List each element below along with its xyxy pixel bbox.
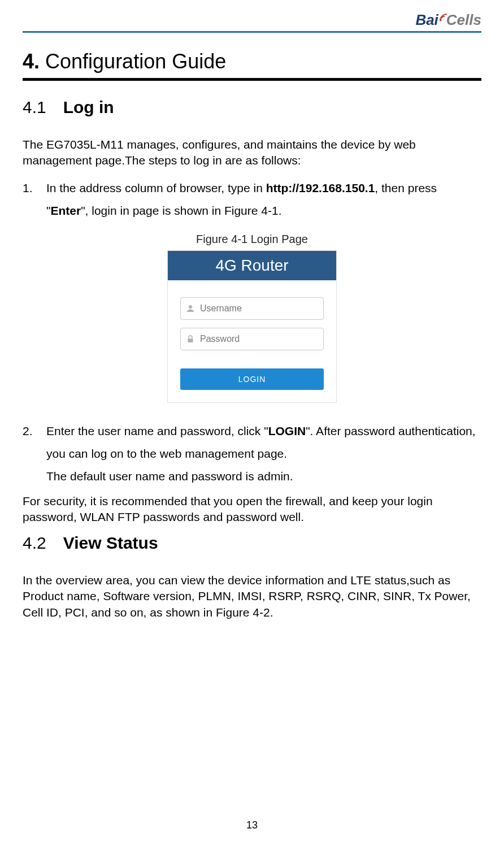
step2-login: LOGIN	[268, 424, 306, 437]
section-title: Log in	[63, 98, 114, 117]
page-header: Bai Cells	[23, 11, 481, 33]
chapter-number: 4.	[23, 50, 40, 73]
step-number: 1.	[23, 177, 36, 222]
figure-caption: Figure 4-1 Login Page	[23, 233, 481, 246]
step1-pre: In the address column of browser, type i…	[46, 181, 266, 194]
step1-post: ", login in page is shown in Figure 4-1.	[81, 204, 281, 217]
intro-paragraph: The EG7035L-M11 manages, configures, and…	[23, 137, 481, 169]
page-number: 13	[0, 819, 504, 831]
step1-enter: Enter	[50, 204, 81, 217]
step2-pre: Enter the user name and password, click …	[46, 424, 268, 437]
login-body: LOGIN	[168, 280, 336, 402]
section-number: 4.2	[23, 533, 46, 553]
password-input[interactable]	[200, 334, 323, 344]
svg-point-0	[440, 20, 441, 21]
section-heading-login: 4.1 Log in	[23, 98, 481, 117]
login-page-figure: 4G Router LOGIN	[167, 250, 337, 403]
step-body: In the address column of browser, type i…	[46, 177, 481, 222]
logo-text-cells: Cells	[446, 11, 481, 29]
security-note: For security, it is recommended that you…	[23, 493, 481, 526]
svg-point-1	[189, 305, 192, 309]
chapter-title: Configuration Guide	[45, 50, 226, 73]
status-paragraph: In the overview area, you can view the d…	[23, 572, 481, 620]
user-icon	[181, 303, 200, 314]
step-1: 1. In the address column of browser, typ…	[23, 177, 481, 222]
section-title: View Status	[63, 533, 158, 553]
login-header: 4G Router	[168, 251, 336, 280]
login-button[interactable]: LOGIN	[180, 368, 324, 390]
svg-rect-2	[188, 339, 193, 343]
step1-url: http://192.168.150.1	[266, 181, 375, 194]
step2-default: The default user name and password is ad…	[46, 470, 293, 483]
chapter-heading: 4. Configuration Guide	[23, 50, 481, 73]
password-field[interactable]	[180, 328, 324, 350]
brand-logo: Bai Cells	[415, 11, 481, 29]
section-heading-status: 4.2 View Status	[23, 533, 481, 553]
logo-text-bai: Bai	[415, 11, 438, 29]
step-body: Enter the user name and password, click …	[46, 420, 481, 488]
section-number: 4.1	[23, 98, 46, 117]
step-number: 2.	[23, 420, 36, 488]
username-input[interactable]	[200, 303, 323, 314]
step-2: 2. Enter the user name and password, cli…	[23, 420, 481, 488]
heading-rule	[23, 78, 481, 81]
username-field[interactable]	[180, 297, 324, 320]
signal-icon	[440, 14, 447, 21]
lock-icon	[181, 334, 200, 344]
